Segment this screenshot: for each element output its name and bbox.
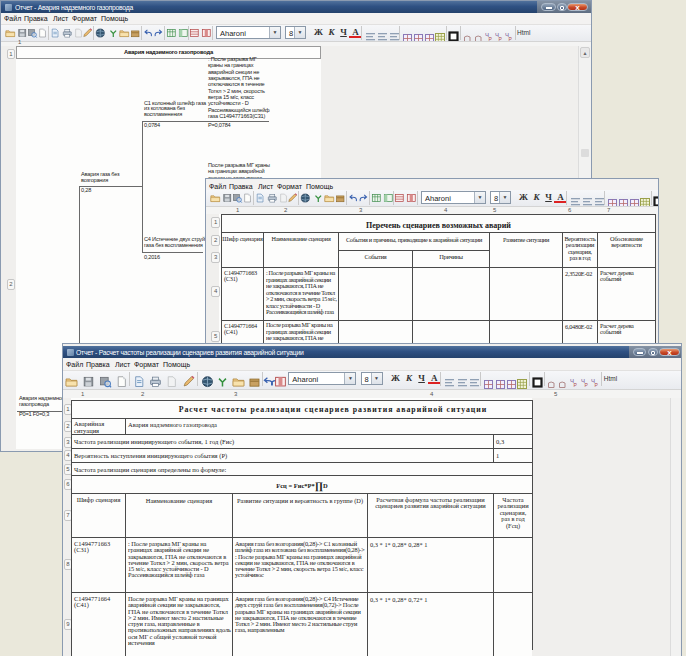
svg-text:Р: Р [595, 382, 599, 388]
svg-text:Р: Р [584, 382, 588, 388]
svg-text:Р: Р [573, 382, 577, 388]
